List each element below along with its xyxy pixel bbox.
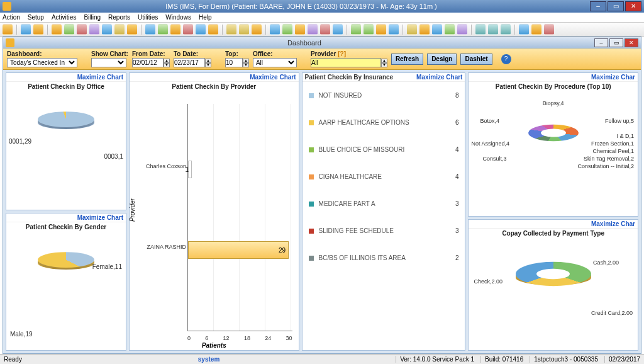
toolbar-icon[interactable] <box>33 25 43 35</box>
toolbar-icon[interactable] <box>457 25 467 35</box>
toolbar-icon[interactable] <box>102 25 112 35</box>
toolbar-icon[interactable] <box>282 25 292 35</box>
toolbar-icon[interactable] <box>376 25 386 35</box>
insurance-row: BLUE CHOICE OF MISSOURI4 <box>303 136 465 163</box>
spin-up-icon[interactable]: ▲ <box>243 59 249 63</box>
spin-down-icon[interactable]: ▼ <box>381 63 387 67</box>
toolbar-icon[interactable] <box>308 25 318 35</box>
menu-reports[interactable]: Reports <box>108 14 130 21</box>
pie-label: I & D,1 <box>616 133 634 139</box>
toolbar-icon[interactable] <box>239 25 249 35</box>
help-icon[interactable] <box>519 25 529 35</box>
toolbar-icon[interactable] <box>158 25 168 35</box>
dashlet-button[interactable]: Dashlet <box>460 54 492 65</box>
lock-icon[interactable] <box>531 25 541 35</box>
menu-action[interactable]: Action <box>3 14 20 21</box>
pie-label: Cash,2.00 <box>593 259 619 266</box>
toolbar-icon[interactable] <box>21 25 31 35</box>
x-tick: 0 <box>187 335 191 341</box>
legend-swatch <box>309 174 314 179</box>
panel-checkin-office: Maximize Chart Patient Checkin By Office… <box>6 72 126 210</box>
dashboard-title: Dashboard <box>14 39 594 47</box>
toolbar-icon[interactable] <box>351 25 361 35</box>
minimize-button[interactable]: – <box>590 1 606 11</box>
maximize-button[interactable]: ▭ <box>608 1 624 11</box>
menu-utilities[interactable]: Utilities <box>138 14 158 21</box>
design-button[interactable]: Design <box>427 54 457 65</box>
y-axis-label: Provider <box>130 198 136 221</box>
toolbar-icon[interactable] <box>127 25 137 35</box>
insurance-row: AARP HEALTHCARE OPTIONS6 <box>303 109 465 136</box>
show-chart-select[interactable] <box>91 58 126 67</box>
toolbar-icon[interactable] <box>226 25 236 35</box>
maximize-chart-link[interactable]: Maximize Chart <box>77 74 123 81</box>
toolbar-icon[interactable] <box>114 25 125 35</box>
pie-label: Credit Card,2.00 <box>591 310 633 316</box>
legend-swatch <box>309 120 314 125</box>
maximize-chart-link[interactable]: Maximize Chart <box>416 74 462 81</box>
toolbar-icon[interactable] <box>252 25 262 35</box>
dash-close-button[interactable]: ✕ <box>625 38 638 47</box>
menu-billing[interactable]: Billing <box>84 14 101 21</box>
exit-icon[interactable] <box>544 25 554 35</box>
menu-setup[interactable]: Setup <box>28 14 44 21</box>
toolbar-icon[interactable] <box>295 25 305 35</box>
dashboard-select[interactable]: Today's Checked In <box>7 58 77 67</box>
insurance-row: Medicare part A3 <box>303 190 465 217</box>
office-select[interactable]: All <box>253 58 297 67</box>
maximize-chart-link[interactable]: Maximize Char <box>591 220 635 227</box>
bar-value: 29 <box>279 247 286 254</box>
toolbar-icon[interactable] <box>389 25 399 35</box>
insurance-name: CIGNA HEALTHCARE <box>319 173 455 180</box>
spin-down-icon[interactable]: ▼ <box>205 63 211 67</box>
menu-help[interactable]: Help <box>199 14 212 21</box>
panel-title: Patient Checkin By Provider <box>130 82 299 93</box>
help-icon[interactable]: ? <box>501 54 511 64</box>
x-tick: 18 <box>244 335 250 341</box>
spin-up-icon[interactable]: ▲ <box>205 59 211 63</box>
toolbar-icon[interactable] <box>270 25 280 35</box>
maximize-chart-link[interactable]: Maximize Char <box>591 74 635 81</box>
menu-windows[interactable]: Windows <box>165 14 191 21</box>
toolbar-icon[interactable] <box>145 25 155 35</box>
to-date-input[interactable] <box>174 58 205 67</box>
from-date-label: From Date: <box>132 50 170 57</box>
toolbar-icon[interactable] <box>196 25 206 35</box>
pie-label: Skin Tag Removal,2 <box>584 156 634 162</box>
insurance-value: 8 <box>455 92 459 99</box>
dash-restore-button[interactable]: ▭ <box>609 38 623 47</box>
toolbar-icon[interactable] <box>3 25 13 35</box>
spin-up-icon[interactable]: ▲ <box>164 59 170 63</box>
toolbar-icon[interactable] <box>170 25 180 35</box>
toolbar-icon[interactable] <box>89 25 99 35</box>
toolbar-icon[interactable] <box>445 25 455 35</box>
menu-activities[interactable]: Activities <box>52 14 76 21</box>
from-date-input[interactable] <box>132 58 164 67</box>
insurance-value: 2 <box>455 254 459 261</box>
top-input[interactable] <box>225 58 243 67</box>
toolbar-icon[interactable] <box>77 25 87 35</box>
toolbar-icon[interactable] <box>364 25 374 35</box>
toolbar-icon[interactable] <box>432 25 442 35</box>
toolbar-icon[interactable] <box>419 25 430 35</box>
toolbar-icon[interactable] <box>52 25 62 35</box>
toolbar-icon[interactable] <box>475 25 486 35</box>
refresh-button[interactable]: Refresh <box>391 54 423 65</box>
provider-input[interactable] <box>311 58 381 67</box>
spin-up-icon[interactable]: ▲ <box>381 59 387 63</box>
toolbar-icon[interactable] <box>501 25 511 35</box>
toolbar-icon[interactable] <box>488 25 498 35</box>
dash-minimize-button[interactable]: – <box>594 38 608 47</box>
toolbar-icon[interactable] <box>64 25 74 35</box>
spin-down-icon[interactable]: ▼ <box>243 63 249 67</box>
spin-down-icon[interactable]: ▼ <box>164 63 170 67</box>
dashboard-icon <box>6 38 14 47</box>
close-button[interactable]: ✕ <box>625 1 641 11</box>
toolbar-icon[interactable] <box>407 25 417 35</box>
toolbar-icon[interactable] <box>333 25 343 35</box>
toolbar-icon[interactable] <box>183 25 193 35</box>
toolbar-icon[interactable] <box>208 25 218 35</box>
maximize-chart-link[interactable]: Maximize Chart <box>250 74 296 81</box>
maximize-chart-link[interactable]: Maximize Chart <box>77 214 123 221</box>
toolbar-icon[interactable] <box>320 25 330 35</box>
